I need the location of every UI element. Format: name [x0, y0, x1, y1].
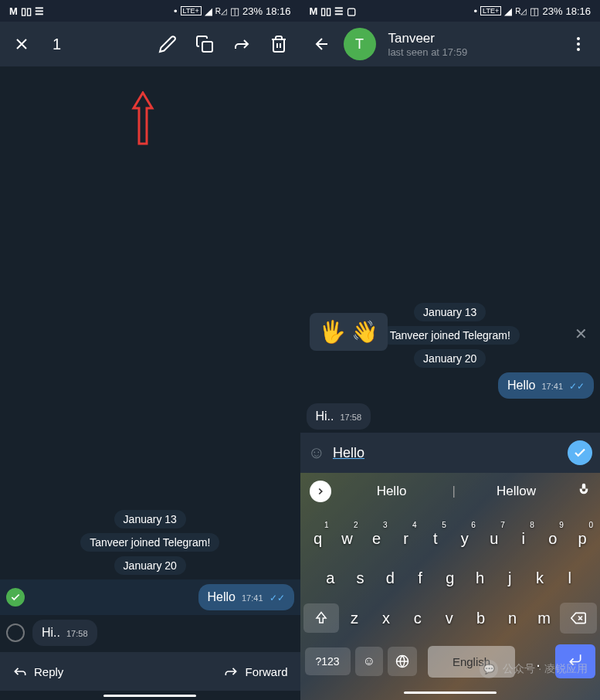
read-ticks-icon: ✓✓ — [269, 593, 285, 603]
expand-suggestions-button[interactable] — [310, 481, 331, 502]
battery-percent: 23% — [242, 5, 263, 17]
key-s[interactable]: s — [348, 563, 373, 593]
battery-icon: ◫ — [230, 5, 239, 17]
more-options-button[interactable] — [563, 29, 594, 59]
chat-area[interactable]: January 13 Tanveer joined Telegram! Janu… — [300, 66, 601, 433]
selection-checkbox[interactable] — [6, 624, 25, 642]
message-row[interactable]: Hi.. 17:58 — [6, 620, 294, 646]
svg-point-1 — [577, 37, 580, 40]
message-time: 17:41 — [541, 382, 563, 391]
status-icon: M — [310, 5, 318, 17]
battery-percent: 23% — [542, 5, 562, 17]
wechat-icon: 💬 — [480, 660, 498, 678]
chat-area[interactable]: January 13 Tanveer joined Telegram! Janu… — [0, 66, 300, 652]
date-separator: January 13 — [414, 303, 486, 321]
battery-icon: ◫ — [530, 5, 539, 17]
mic-button[interactable] — [577, 483, 591, 501]
key-i[interactable]: 8i — [511, 524, 536, 554]
contact-info[interactable]: Tanveer last seen at 17:59 — [382, 31, 468, 58]
incoming-message[interactable]: Hi.. 17:58 — [32, 620, 97, 646]
copy-button[interactable] — [189, 29, 220, 59]
key-m[interactable]: m — [531, 603, 556, 634]
forward-button[interactable]: Forward — [223, 664, 287, 679]
key-c[interactable]: c — [405, 603, 430, 634]
key-o[interactable]: 9o — [541, 524, 565, 554]
send-button[interactable] — [568, 440, 592, 465]
incoming-message[interactable]: Hi.. 17:58 — [307, 403, 371, 430]
status-icon: ▯▯ — [320, 5, 331, 17]
network-icon: LTE+ — [480, 6, 501, 15]
date-separator: January 20 — [414, 349, 486, 368]
emoji-key[interactable]: ☺ — [355, 647, 383, 676]
key-k[interactable]: k — [527, 563, 552, 593]
key-p[interactable]: 0p — [570, 524, 595, 554]
keyboard-row: zxcvbnm — [300, 598, 601, 638]
key-w[interactable]: 2w — [335, 524, 360, 554]
status-icon: ☰ — [35, 5, 44, 17]
key-d[interactable]: d — [378, 563, 402, 593]
outgoing-message[interactable]: Hello 17:41 ✓✓ — [198, 584, 294, 610]
symbols-key[interactable]: ?123 — [305, 647, 351, 675]
forward-label: Forward — [245, 665, 287, 678]
key-a[interactable]: a — [318, 563, 343, 593]
emoji-suggestions[interactable]: 🖐 👋 — [319, 319, 379, 345]
key-j[interactable]: j — [497, 563, 522, 593]
status-icon: ☰ — [334, 5, 344, 17]
selection-checkbox-checked[interactable] — [6, 588, 25, 607]
message-time: 17:41 — [242, 593, 263, 603]
delete-button[interactable] — [263, 29, 294, 59]
key-f[interactable]: f — [408, 563, 432, 593]
reply-button[interactable]: Reply — [12, 664, 63, 679]
keyboard-suggestion-bar: Hello | Hellow — [300, 473, 601, 510]
key-r[interactable]: 4r — [394, 524, 419, 554]
right-phone-screen: M ▯▯ ☰ ▢ • LTE+ ◢ R◿ ◫ 23% 18:16 T Tanve… — [300, 0, 601, 700]
language-key[interactable] — [388, 647, 417, 676]
bottom-action-bar: Reply Forward — [0, 652, 300, 691]
key-e[interactable]: 3e — [364, 524, 389, 554]
outgoing-message[interactable]: Hello 17:41 ✓✓ — [498, 372, 594, 399]
date-separator: January 13 — [114, 510, 186, 528]
close-selection-button[interactable] — [6, 29, 37, 59]
watermark: 💬 公众号 · 凌锐应用 — [480, 660, 588, 678]
chat-header: T Tanveer last seen at 17:59 — [300, 22, 601, 66]
message-text: Hi.. — [316, 409, 334, 423]
key-l[interactable]: l — [558, 563, 582, 593]
message-text: Hi.. — [42, 626, 60, 640]
nav-handle[interactable] — [300, 685, 601, 700]
key-y[interactable]: 6y — [453, 524, 477, 554]
keyboard-row: asdfghjkl — [300, 559, 601, 598]
status-bar: M ▯▯ ☰ • LTE+ ◢ R◿ ◫ 23% 18:16 — [0, 0, 300, 22]
suggestion-word[interactable]: Hellow — [456, 484, 577, 499]
nav-handle[interactable] — [0, 691, 300, 700]
contact-avatar[interactable]: T — [344, 28, 376, 60]
key-b[interactable]: b — [469, 603, 493, 634]
key-x[interactable]: x — [374, 603, 398, 634]
key-v[interactable]: v — [437, 603, 462, 634]
key-u[interactable]: 7u — [482, 524, 507, 554]
clock-time: 18:16 — [565, 5, 591, 17]
close-suggestion-button[interactable]: ✕ — [575, 325, 588, 343]
clock-time: 18:16 — [266, 5, 291, 17]
key-t[interactable]: 5t — [423, 524, 448, 554]
system-message: Tanveer joined Telegram! — [381, 326, 520, 345]
key-z[interactable]: z — [342, 603, 367, 634]
emoji-picker-button[interactable]: ☺ — [308, 443, 325, 463]
key-h[interactable]: h — [467, 563, 492, 593]
selected-message-row[interactable]: Hello 17:41 ✓✓ — [0, 579, 300, 615]
keyboard-row — [300, 510, 601, 519]
svg-point-3 — [577, 48, 580, 51]
key-q[interactable]: 1q — [306, 524, 331, 554]
suggestion-word[interactable]: Hello — [331, 484, 453, 499]
key-n[interactable]: n — [500, 603, 525, 634]
edit-button[interactable] — [152, 29, 183, 59]
contact-name: Tanveer — [388, 31, 468, 46]
avatar-letter: T — [355, 36, 364, 53]
shift-key[interactable] — [303, 603, 339, 633]
backspace-key[interactable] — [560, 603, 597, 634]
forward-button[interactable] — [226, 29, 257, 59]
emoji-suggestion-popup[interactable]: 🖐 👋 — [310, 313, 388, 351]
back-button[interactable] — [307, 29, 337, 59]
key-g[interactable]: g — [438, 563, 463, 593]
system-message: Tanveer joined Telegram! — [80, 533, 219, 552]
message-input[interactable]: Hello — [333, 445, 560, 461]
